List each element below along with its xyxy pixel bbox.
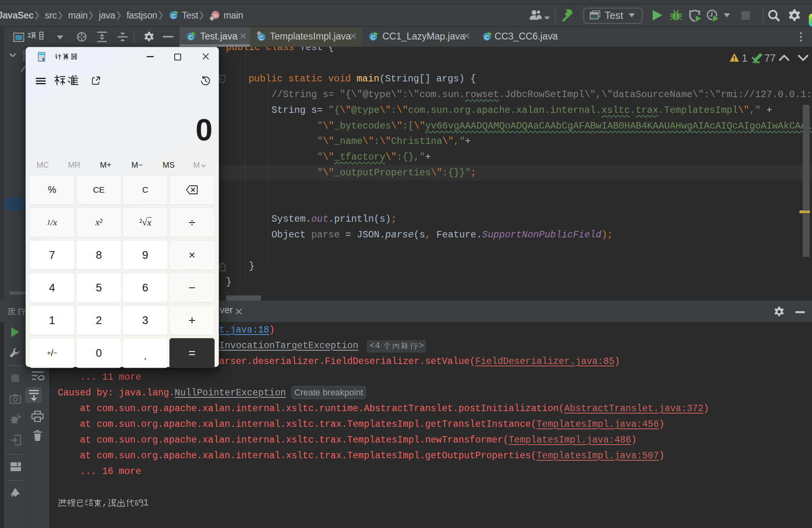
svg-text:C: C: [259, 34, 264, 41]
